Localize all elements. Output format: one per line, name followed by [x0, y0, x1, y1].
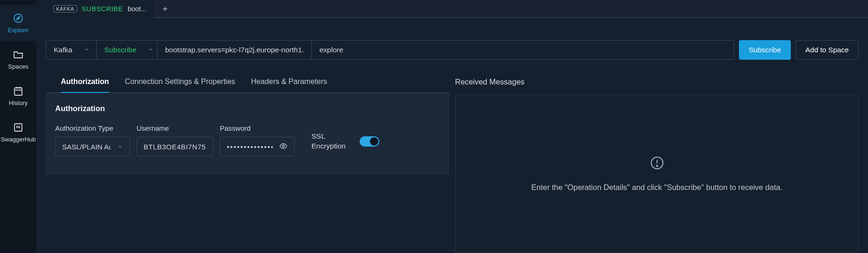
method-selector[interactable]: Subscribe — [97, 41, 158, 59]
password-input-wrapper — [220, 137, 295, 156]
password-label: Password — [220, 124, 295, 132]
authorization-section: Authorization Authorization Type SASL/PL… — [46, 93, 449, 175]
chevron-down-icon — [117, 143, 123, 151]
ssl-label: SSL Encryption — [311, 132, 346, 151]
svg-point-10 — [282, 145, 285, 147]
password-field: Password — [220, 124, 295, 156]
ssl-label-line1: SSL — [311, 132, 346, 141]
main-area: KAFKA SUBSCRIBE boot... Kafka — [36, 0, 868, 253]
info-icon — [650, 156, 664, 172]
sidebar-item-label: History — [9, 99, 28, 106]
sidebar-item-explore[interactable]: Explore — [0, 5, 36, 41]
chevron-down-icon — [84, 46, 89, 54]
received-empty-message: Enter the "Operation Details" and click … — [531, 183, 782, 192]
config-panel: Authorization Connection Settings & Prop… — [46, 73, 449, 253]
sidebar-item-label: Spaces — [8, 63, 28, 70]
sidebar-item-label: Explore — [8, 27, 29, 34]
subscribe-button-label: Subscribe — [749, 46, 781, 54]
tab-connection-settings[interactable]: Connection Settings & Properties — [125, 73, 235, 92]
received-title: Received Messages — [455, 73, 859, 95]
received-panel: Received Messages Enter the "Operation D… — [455, 73, 859, 253]
svg-marker-1 — [17, 17, 20, 20]
ssl-toggle[interactable] — [360, 136, 379, 147]
password-input[interactable] — [227, 143, 273, 151]
username-field: Username — [137, 124, 213, 156]
content-area: Kafka Subscribe bootstrap.servers=pkc-l7… — [36, 18, 868, 253]
method-value: Subscribe — [104, 46, 137, 54]
svg-rect-2 — [14, 88, 22, 95]
svg-point-13 — [656, 165, 658, 167]
chevron-down-icon — [148, 46, 153, 54]
eye-icon[interactable] — [279, 142, 288, 152]
panels: Authorization Connection Settings & Prop… — [46, 73, 859, 253]
topic-input[interactable]: explore — [312, 41, 734, 59]
tab-spacer — [36, 0, 46, 18]
compass-icon — [13, 13, 24, 24]
app-sidebar: Explore Spaces History SwaggerHub — [0, 0, 36, 253]
bootstrap-servers-input[interactable]: bootstrap.servers=pkc-l7q2j.europe-north… — [158, 41, 312, 59]
sidebar-item-label: SwaggerHub — [0, 136, 36, 143]
tab-method-label: SUBSCRIBE — [82, 5, 123, 13]
tab-authorization[interactable]: Authorization — [61, 73, 109, 92]
received-body: Enter the "Operation Details" and click … — [455, 95, 859, 253]
svg-point-7 — [18, 126, 18, 127]
swaggerhub-icon — [13, 122, 24, 133]
tab-active[interactable]: KAFKA SUBSCRIBE boot... — [46, 0, 154, 18]
protocol-value: Kafka — [54, 46, 72, 54]
auth-type-select[interactable]: SASL/PLAIN Aut — [55, 137, 130, 156]
ssl-label-line2: Encryption — [311, 141, 346, 151]
sidebar-item-spaces[interactable]: Spaces — [0, 41, 36, 77]
calendar-icon — [13, 85, 24, 97]
folder-icon — [13, 49, 24, 60]
tab-bar: KAFKA SUBSCRIBE boot... — [36, 0, 868, 18]
new-tab-button[interactable] — [154, 5, 176, 13]
subscribe-button[interactable]: Subscribe — [739, 40, 791, 60]
username-label: Username — [137, 124, 213, 132]
add-to-space-button[interactable]: Add to Space — [796, 40, 859, 60]
auth-form-row: Authorization Type SASL/PLAIN Aut Userna… — [55, 124, 440, 156]
bootstrap-servers-value: bootstrap.servers=pkc-l7q2j.europe-north… — [165, 46, 304, 54]
auth-type-value: SASL/PLAIN Aut — [62, 143, 111, 151]
topic-value: explore — [319, 46, 343, 54]
auth-type-field: Authorization Type SASL/PLAIN Aut — [55, 124, 130, 156]
sidebar-item-history[interactable]: History — [0, 77, 36, 114]
protocol-selector[interactable]: Kafka — [46, 41, 97, 59]
ssl-block: SSL Encryption — [311, 132, 379, 151]
tab-headers-parameters[interactable]: Headers & Parameters — [251, 73, 327, 92]
section-title: Authorization — [55, 104, 440, 113]
operation-input-group: Kafka Subscribe bootstrap.servers=pkc-l7… — [46, 40, 734, 60]
sidebar-item-swaggerhub[interactable]: SwaggerHub — [0, 114, 36, 150]
tab-title-label: boot... — [128, 5, 146, 13]
username-input[interactable] — [144, 143, 206, 151]
protocol-badge: KAFKA — [53, 5, 77, 13]
config-tabs: Authorization Connection Settings & Prop… — [46, 73, 449, 93]
operation-bar: Kafka Subscribe bootstrap.servers=pkc-l7… — [46, 40, 859, 60]
auth-type-label: Authorization Type — [55, 124, 130, 132]
username-input-wrapper — [137, 137, 213, 156]
tab-strip — [154, 0, 868, 18]
plus-icon — [161, 5, 169, 13]
add-to-space-button-label: Add to Space — [805, 46, 849, 54]
